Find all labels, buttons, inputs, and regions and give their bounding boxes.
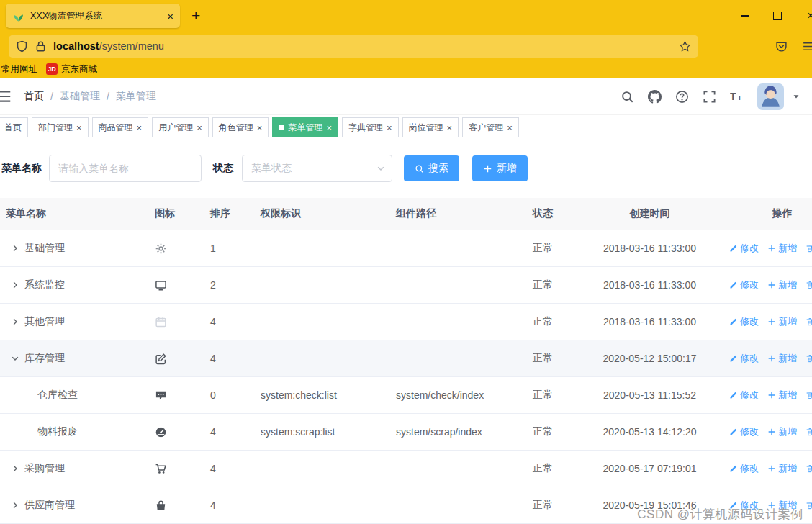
text-size-icon[interactable]: TT	[730, 90, 744, 104]
window-close-button[interactable]: ×	[799, 9, 812, 23]
tag-close-icon[interactable]: ×	[326, 123, 332, 132]
delete-action[interactable]: 删除	[806, 425, 812, 438]
tag-close-icon[interactable]: ×	[76, 123, 82, 132]
tag-close-icon[interactable]: ×	[447, 123, 453, 132]
edit-action[interactable]: 修改	[729, 462, 759, 475]
tag-item[interactable]: 部门管理×	[32, 117, 89, 137]
address-bar[interactable]: localhost/system/menu	[9, 35, 698, 58]
tag-close-icon[interactable]: ×	[197, 123, 202, 132]
delete-action[interactable]: 删除	[806, 499, 812, 512]
tag-item[interactable]: 用户管理×	[152, 117, 209, 137]
add-action[interactable]: 新增	[767, 242, 797, 255]
cell-status: 正常	[525, 242, 590, 255]
tag-item[interactable]: 角色管理×	[212, 117, 269, 137]
cell-icon	[146, 426, 202, 438]
add-action[interactable]: 新增	[767, 352, 797, 365]
bookmark-folder[interactable]: 常用网址	[1, 63, 37, 76]
edit-action[interactable]: 修改	[729, 425, 759, 438]
cell-menu-name: 其他管理	[0, 315, 146, 328]
tag-close-icon[interactable]: ×	[257, 123, 263, 132]
expand-closed-icon[interactable]	[6, 317, 24, 326]
delete-action[interactable]: 删除	[806, 279, 812, 292]
url-text[interactable]: localhost/system/menu	[53, 40, 672, 52]
breadcrumb-item[interactable]: 首页	[24, 90, 44, 103]
tag-item[interactable]: 字典管理×	[342, 117, 399, 137]
tag-close-icon[interactable]: ×	[387, 123, 392, 132]
tag-item[interactable]: 商品管理×	[92, 117, 149, 137]
bookmark-star-icon[interactable]	[679, 40, 691, 53]
pocket-icon[interactable]	[775, 40, 788, 53]
cell-sort: 4	[202, 353, 253, 364]
edit-action[interactable]: 修改	[729, 352, 759, 365]
tag-item[interactable]: 首页	[0, 117, 28, 137]
cell-menu-name: 仓库检查	[0, 389, 146, 402]
filter-form: 菜单名称 状态 菜单状态 搜索 新增	[0, 155, 812, 182]
table-row[interactable]: 基础管理1正常2018-03-16 11:33:00修改新增删除	[0, 230, 812, 267]
expand-open-icon[interactable]	[6, 354, 24, 363]
search-button-icon	[415, 164, 424, 173]
add-action[interactable]: 新增	[767, 389, 797, 402]
tab-close-icon[interactable]: ×	[167, 11, 173, 22]
tag-label: 部门管理	[38, 122, 73, 134]
new-tab-button[interactable]: +	[191, 7, 200, 24]
delete-action[interactable]: 删除	[806, 462, 812, 475]
table-row[interactable]: 系统监控2正常2018-03-16 11:33:00修改新增删除	[0, 267, 812, 304]
expand-closed-icon[interactable]	[6, 244, 24, 253]
window-maximize-button[interactable]	[766, 12, 789, 20]
tag-item[interactable]: 菜单管理×	[272, 117, 338, 137]
lock-icon[interactable]	[35, 40, 47, 53]
tag-item[interactable]: 岗位管理×	[402, 117, 459, 137]
breadcrumb-separator: /	[107, 91, 109, 102]
cell-icon	[146, 353, 202, 365]
add-action[interactable]: 新增	[767, 279, 797, 292]
browser-tab[interactable]: XXX物流管理系统 ×	[6, 4, 180, 28]
tag-item[interactable]: 客户管理×	[462, 117, 519, 137]
search-icon[interactable]	[621, 90, 634, 104]
tag-label: 角色管理	[219, 122, 253, 134]
table-row[interactable]: 库存管理4正常2020-05-12 15:00:17修改新增删除	[0, 340, 812, 377]
window-minimize-button[interactable]	[733, 15, 756, 17]
edit-action[interactable]: 修改	[729, 389, 759, 402]
search-button[interactable]: 搜索	[404, 155, 459, 181]
delete-action[interactable]: 删除	[806, 352, 812, 365]
edit-action[interactable]: 修改	[729, 279, 759, 292]
caret-down-icon[interactable]	[792, 92, 800, 101]
edit-action[interactable]: 修改	[729, 315, 759, 328]
tag-close-icon[interactable]: ×	[507, 123, 513, 132]
table-row[interactable]: 仓库检查0system:check:listsystem/check/index…	[0, 377, 812, 414]
tags-bar: 首页部门管理×商品管理×用户管理×角色管理×菜单管理×字典管理×岗位管理×客户管…	[0, 114, 812, 140]
expand-closed-icon[interactable]	[6, 501, 24, 510]
cell-actions: 修改新增删除	[709, 462, 812, 475]
delete-action[interactable]: 删除	[806, 242, 812, 255]
menu-name: 仓库检查	[37, 389, 78, 402]
help-icon[interactable]	[675, 90, 689, 104]
bookmark-jd[interactable]: JD 京东商城	[46, 63, 97, 76]
browser-menu-icon[interactable]	[802, 40, 812, 53]
cell-menu-name: 库存管理	[0, 352, 146, 365]
edit-action[interactable]: 修改	[729, 242, 759, 255]
sidebar-toggle-icon[interactable]	[0, 89, 12, 104]
cell-actions: 修改新增删除	[709, 389, 812, 402]
menu-name-input[interactable]	[49, 155, 202, 182]
table-row[interactable]: 物料报废4system:scrap:listsystem/scrap/index…	[0, 414, 812, 451]
shield-icon[interactable]	[16, 40, 28, 53]
fullscreen-icon[interactable]	[703, 90, 716, 104]
avatar[interactable]	[757, 83, 784, 110]
expand-closed-icon[interactable]	[6, 464, 24, 473]
delete-action[interactable]: 删除	[806, 315, 812, 328]
add-action[interactable]: 新增	[767, 425, 797, 438]
add-action[interactable]: 新增	[767, 315, 797, 328]
tag-label: 客户管理	[469, 122, 503, 134]
status-select[interactable]: 菜单状态	[242, 155, 392, 182]
active-tag-dot	[279, 125, 284, 130]
table-row[interactable]: 其他管理4正常2018-03-16 11:33:00修改新增删除	[0, 304, 812, 340]
svg-text:T: T	[738, 94, 742, 101]
delete-action[interactable]: 删除	[806, 389, 812, 402]
expand-closed-icon[interactable]	[6, 281, 24, 289]
github-icon[interactable]	[648, 90, 662, 104]
tag-close-icon[interactable]: ×	[137, 123, 143, 132]
cell-actions: 修改新增删除	[709, 279, 812, 292]
add-action[interactable]: 新增	[767, 462, 797, 475]
table-row[interactable]: 采购管理4正常2020-05-17 07:19:01修改新增删除	[0, 451, 812, 487]
add-button[interactable]: 新增	[472, 155, 528, 181]
